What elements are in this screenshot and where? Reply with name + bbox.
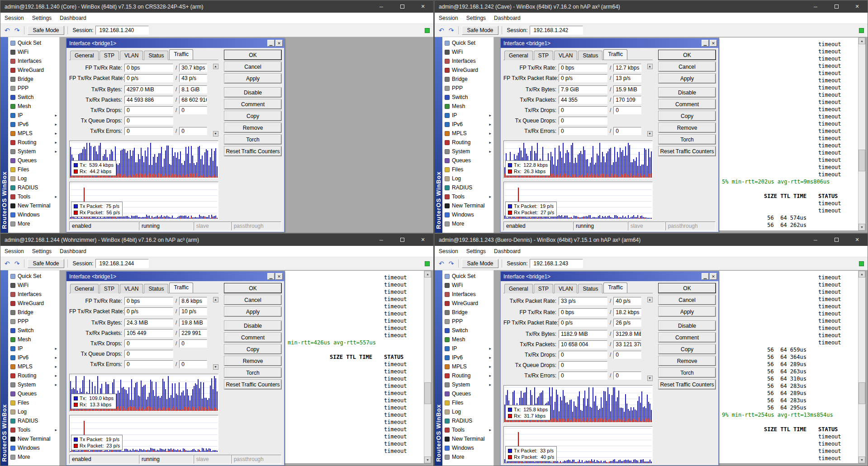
field-input[interactable]: 0 [613, 106, 641, 114]
sidebar-item-mpls[interactable]: MPLS▸ [8, 362, 59, 371]
sidebar-item-files[interactable]: Files [442, 398, 493, 407]
dialog-titlebar[interactable]: Interface <bridge1> ▁ ✕ [501, 272, 718, 281]
tab-vlan[interactable]: VLAN [554, 51, 577, 60]
sidebar-item-ip[interactable]: IP▸ [442, 344, 493, 353]
tab-stp[interactable]: STP [100, 284, 119, 293]
field-input[interactable]: 43 p/s [179, 74, 207, 82]
sidebar-item-queues[interactable]: Queues [442, 156, 493, 165]
field-input[interactable]: 0 [559, 361, 607, 369]
form-scroll-down-icon[interactable]: ▼ [213, 131, 218, 137]
dialog-button-ok[interactable]: OK [224, 283, 281, 293]
sidebar-item-system[interactable]: System▸ [8, 147, 59, 156]
field-input[interactable]: 0 [179, 360, 207, 368]
sidebar-item-ipv6[interactable]: IPv6▸ [8, 120, 59, 129]
dialog-titlebar[interactable]: Interface <bridge1> ▁ ✕ [501, 38, 718, 48]
field-input[interactable]: 68 602 916 [179, 96, 207, 104]
dialog-button-copy[interactable]: Copy [224, 344, 281, 354]
window-titlebar[interactable]: admin@192.168.1.243 (Buero-Dennis) - Win… [435, 234, 868, 246]
dialog-button-cancel[interactable]: Cancel [659, 295, 716, 305]
sidebar-item-log[interactable]: Log [8, 407, 59, 416]
sidebar-item-quick-set[interactable]: Quick Set [442, 272, 493, 281]
sidebar-item-ppp[interactable]: PPP [8, 84, 59, 93]
sidebar-item-log[interactable]: Log [442, 407, 493, 416]
sidebar-item-log[interactable]: Log [8, 174, 59, 183]
field-input[interactable]: 1182.9 MiB [559, 330, 607, 338]
sidebar-item-radius[interactable]: RADIUS [8, 183, 59, 192]
field-input[interactable]: 0 bps [559, 308, 607, 316]
sidebar-item-wireguard[interactable]: WireGuard [442, 66, 493, 75]
tab-general[interactable]: General [504, 284, 533, 293]
maximize-icon[interactable] [392, 0, 413, 13]
menu-dashboard[interactable]: Dashboard [490, 15, 525, 21]
field-input[interactable]: 15.9 MiB [613, 85, 641, 94]
sidebar-item-ipv6[interactable]: IPv6▸ [8, 353, 59, 362]
field-input[interactable]: 0 p/s [124, 307, 173, 315]
tab-general[interactable]: General [70, 284, 99, 293]
redo-icon[interactable]: ↷ [447, 27, 455, 34]
tab-vlan[interactable]: VLAN [120, 51, 143, 60]
sidebar-item-switch[interactable]: Switch [442, 326, 493, 335]
safe-mode-button[interactable]: Safe Mode [28, 259, 64, 268]
terminal-scrollbar[interactable]: ▲ ▼ [424, 271, 431, 463]
form-scroll-down-icon[interactable]: ▼ [647, 131, 653, 137]
tab-stp[interactable]: STP [100, 51, 119, 60]
scroll-thumb[interactable] [859, 382, 865, 404]
tab-status[interactable]: Status [578, 284, 602, 293]
dialog-button-comment[interactable]: Comment [224, 99, 281, 109]
field-input[interactable]: 18.2 kbps [613, 308, 641, 316]
scroll-down-icon[interactable]: ▼ [859, 224, 865, 231]
dialog-button-copy[interactable]: Copy [224, 111, 281, 121]
sidebar-item-ip[interactable]: IP▸ [8, 111, 59, 120]
sidebar-item-switch[interactable]: Switch [442, 93, 493, 102]
sidebar-item-interfaces[interactable]: Interfaces [442, 56, 493, 66]
field-input[interactable]: 26 p/s [613, 319, 641, 327]
menu-session[interactable]: Session [435, 248, 462, 254]
dialog-button-apply[interactable]: Apply [659, 307, 716, 316]
sidebar-item-system[interactable]: System▸ [442, 380, 493, 389]
scroll-up-icon[interactable]: ▲ [859, 38, 865, 44]
field-input[interactable]: 24.3 MiB [124, 319, 173, 327]
terminal-scrollbar[interactable]: ▲ ▼ [858, 38, 865, 231]
sidebar-item-bridge[interactable]: Bridge [442, 308, 493, 317]
tab-traffic[interactable]: Traffic [169, 49, 193, 60]
maximize-icon[interactable] [826, 0, 847, 13]
sidebar-item-quick-set[interactable]: Quick Set [8, 38, 59, 47]
sidebar-item-queues[interactable]: Queues [8, 156, 59, 165]
menu-dashboard[interactable]: Dashboard [490, 248, 525, 254]
sidebar-item-new-terminal[interactable]: New Terminal [8, 434, 59, 443]
tab-traffic[interactable]: Traffic [603, 282, 627, 293]
dialog-button-reset-traffic-counters[interactable]: Reset Traffic Counters [224, 146, 281, 156]
tab-traffic[interactable]: Traffic [603, 49, 627, 60]
dialog-minimize-icon[interactable]: ▁ [267, 40, 275, 47]
sidebar-item-mesh[interactable]: Mesh [442, 102, 493, 111]
maximize-icon[interactable] [392, 234, 413, 246]
menu-settings[interactable]: Settings [28, 15, 56, 21]
menu-settings[interactable]: Settings [28, 248, 56, 254]
field-input[interactable]: 0 [124, 127, 173, 135]
sidebar-item-ppp[interactable]: PPP [442, 84, 493, 93]
field-input[interactable]: 19.8 MiB [179, 319, 207, 327]
field-input[interactable]: 0 bps [124, 297, 173, 305]
field-input[interactable]: 0 bps [124, 64, 173, 72]
sidebar-item-ip[interactable]: IP▸ [8, 344, 59, 353]
sidebar-item-switch[interactable]: Switch [8, 326, 59, 335]
sidebar-item-system[interactable]: System▸ [8, 380, 59, 389]
dialog-button-torch[interactable]: Torch [224, 135, 281, 144]
sidebar-item-windows[interactable]: Windows [8, 443, 59, 452]
sidebar-item-wireguard[interactable]: WireGuard [8, 66, 59, 75]
close-icon[interactable]: ✕ [413, 0, 433, 13]
dialog-button-ok[interactable]: OK [659, 50, 716, 60]
field-input[interactable]: 44 355 [559, 96, 607, 104]
sidebar-item-more[interactable]: More [442, 219, 493, 228]
dialog-button-remove[interactable]: Remove [224, 123, 281, 132]
scroll-down-icon[interactable]: ▼ [859, 457, 865, 463]
form-scroll-up-icon[interactable]: ▲ [213, 64, 218, 69]
minimize-icon[interactable]: ─ [371, 234, 392, 246]
tab-general[interactable]: General [504, 51, 533, 60]
safe-mode-button[interactable]: Safe Mode [462, 26, 498, 35]
dialog-button-ok[interactable]: OK [659, 283, 716, 293]
field-input[interactable]: 0 [124, 117, 173, 125]
sidebar-item-wifi[interactable]: WiFi [442, 281, 493, 290]
field-input[interactable]: 0 [179, 106, 207, 114]
session-value[interactable]: 192.168.1.240 [95, 26, 149, 35]
